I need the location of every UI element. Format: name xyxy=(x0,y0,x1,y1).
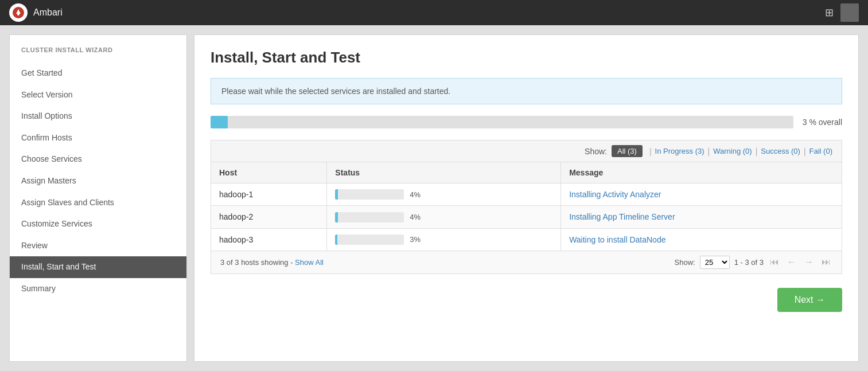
sidebar-item-assign-slaves[interactable]: Assign Slaves and Clients xyxy=(10,192,186,214)
sidebar-item-review[interactable]: Review xyxy=(10,235,186,257)
host-name: hadoop-3 xyxy=(211,228,327,251)
main-layout: CLUSTER INSTALL WIZARD Get Started Selec… xyxy=(0,25,868,371)
table-footer: 3 of 3 hosts showing - Show All Show: 10… xyxy=(211,251,842,274)
col-message: Message xyxy=(561,162,842,183)
message-link[interactable]: Installing Activity Analyzer xyxy=(569,190,661,199)
mini-progress-label: 3% xyxy=(410,235,421,244)
table-row: hadoop-3 3% Waiting to install DataNode xyxy=(211,228,842,251)
filter-all-button[interactable]: All (3) xyxy=(612,145,643,157)
topbar: Ambari ⊞ xyxy=(0,0,868,25)
filter-bar: Show: All (3) | In Progress (3) | Warnin… xyxy=(211,140,842,162)
show-all-link[interactable]: Show All xyxy=(295,258,324,267)
content-area: Install, Start and Test Please wait whil… xyxy=(194,34,859,362)
sidebar-item-install-options[interactable]: Install Options xyxy=(10,106,186,127)
sidebar-section-title: CLUSTER INSTALL WIZARD xyxy=(10,46,186,63)
page-title: Install, Start and Test xyxy=(211,49,842,67)
grid-icon[interactable]: ⊞ xyxy=(825,6,834,19)
sidebar-item-customize-services[interactable]: Customize Services xyxy=(10,213,186,235)
mini-progress-fill xyxy=(335,235,337,245)
info-message: Please wait while the selected services … xyxy=(211,78,842,104)
filter-success-link[interactable]: Success (0) xyxy=(761,147,800,155)
sidebar-item-choose-services[interactable]: Choose Services xyxy=(10,149,186,170)
sidebar-item-get-started[interactable]: Get Started xyxy=(10,63,186,84)
pagination-prev-button[interactable]: ← xyxy=(785,257,798,267)
host-name: hadoop-1 xyxy=(211,183,327,206)
filter-fail-link[interactable]: Fail (0) xyxy=(809,147,832,155)
sidebar-item-assign-masters[interactable]: Assign Masters xyxy=(10,170,186,192)
mini-progress-label: 4% xyxy=(410,213,421,221)
mini-progress-fill xyxy=(335,189,338,200)
pagination-info: 1 - 3 of 3 xyxy=(734,258,764,267)
host-status: 3% xyxy=(327,228,561,251)
topbar-right: ⊞ xyxy=(825,3,859,22)
filter-warning-link[interactable]: Warning (0) xyxy=(713,147,752,155)
sidebar-item-confirm-hosts[interactable]: Confirm Hosts xyxy=(10,127,186,149)
svg-point-1 xyxy=(17,13,20,15)
host-status: 4% xyxy=(327,206,561,228)
mini-progress-track xyxy=(335,212,404,222)
col-status: Status xyxy=(327,162,561,183)
filter-in-progress-link[interactable]: In Progress (3) xyxy=(655,147,704,155)
sidebar-item-select-version[interactable]: Select Version xyxy=(10,84,186,106)
topbar-left: Ambari xyxy=(9,3,63,22)
per-page-select[interactable]: 10 25 50 100 xyxy=(700,256,730,269)
overall-progress-label: 3 % overall xyxy=(803,118,842,127)
overall-progress-fill xyxy=(211,116,228,128)
hosts-showing: 3 of 3 hosts showing - Show All xyxy=(220,258,324,267)
overall-progress-track xyxy=(211,116,793,128)
table-row: hadoop-2 4% Installing App Timeline Serv… xyxy=(211,206,842,228)
show-label: Show: xyxy=(585,147,607,156)
host-message: Installing App Timeline Server xyxy=(561,206,842,228)
pagination-last-button[interactable]: ⏭ xyxy=(820,257,832,267)
host-message: Waiting to install DataNode xyxy=(561,228,842,251)
mini-progress-track xyxy=(335,235,404,245)
overall-progress-container: 3 % overall xyxy=(211,116,842,128)
sidebar: CLUSTER INSTALL WIZARD Get Started Selec… xyxy=(9,34,187,362)
app-title: Ambari xyxy=(33,7,63,18)
host-status: 4% xyxy=(327,183,561,206)
mini-progress-label: 4% xyxy=(410,190,421,199)
host-name: hadoop-2 xyxy=(211,206,327,228)
message-link[interactable]: Waiting to install DataNode xyxy=(569,235,665,244)
pagination-first-button[interactable]: ⏮ xyxy=(768,257,781,267)
sidebar-item-install-start-test[interactable]: Install, Start and Test xyxy=(10,256,186,278)
mini-progress-fill xyxy=(335,212,338,222)
app-logo xyxy=(9,3,28,22)
show-per-page-label: Show: xyxy=(675,258,695,267)
message-link[interactable]: Installing App Timeline Server xyxy=(569,212,675,221)
user-avatar[interactable] xyxy=(840,3,859,22)
hosts-table: Host Status Message hadoop-1 4% Installi xyxy=(211,162,842,251)
table-row: hadoop-1 4% Installing Activity Analyzer xyxy=(211,183,842,206)
sidebar-item-summary[interactable]: Summary xyxy=(10,278,186,300)
host-message: Installing Activity Analyzer xyxy=(561,183,842,206)
mini-progress-track xyxy=(335,189,404,200)
footer-row: Next → xyxy=(211,288,842,312)
next-button[interactable]: Next → xyxy=(777,288,842,312)
pagination-next-button[interactable]: → xyxy=(803,257,815,267)
pagination-area: Show: 10 25 50 100 1 - 3 of 3 ⏮ ← → ⏭ xyxy=(675,256,832,269)
col-host: Host xyxy=(211,162,327,183)
